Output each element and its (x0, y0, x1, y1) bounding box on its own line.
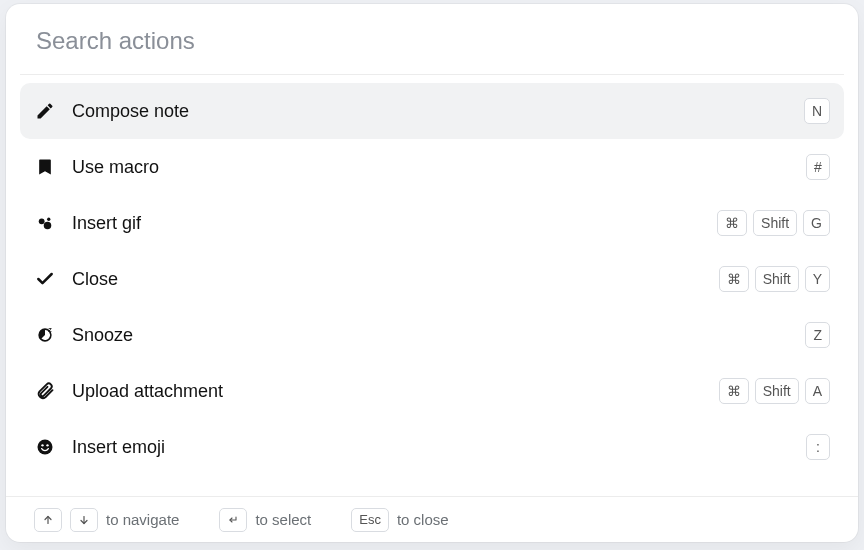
key: Y (805, 266, 830, 292)
key: # (806, 154, 830, 180)
key: : (806, 434, 830, 460)
bookmark-icon (34, 156, 56, 178)
action-insert-gif[interactable]: Insert gif ⌘ Shift G (20, 195, 844, 251)
gif-icon (34, 212, 56, 234)
action-label: Close (72, 269, 703, 290)
search-input[interactable] (34, 26, 830, 56)
shortcut: Z (805, 322, 830, 348)
paperclip-icon (34, 380, 56, 402)
key: Shift (753, 210, 797, 236)
arrow-down-key (70, 508, 98, 532)
shortcut: : (806, 434, 830, 460)
action-use-macro[interactable]: Use macro # (20, 139, 844, 195)
enter-key (219, 508, 247, 532)
esc-key: Esc (351, 508, 389, 532)
snooze-icon: Z (34, 324, 56, 346)
svg-point-0 (39, 218, 45, 224)
svg-text:Z: Z (48, 327, 52, 333)
action-close[interactable]: Close ⌘ Shift Y (20, 251, 844, 307)
key: Shift (755, 378, 799, 404)
key: ⌘ (719, 378, 749, 404)
svg-point-1 (44, 222, 52, 230)
shortcut: # (806, 154, 830, 180)
check-icon (34, 268, 56, 290)
arrow-up-key (34, 508, 62, 532)
hint-navigate: to navigate (34, 508, 179, 532)
hint-close: Esc to close (351, 508, 448, 532)
shortcut: ⌘ Shift G (717, 210, 830, 236)
action-compose-note[interactable]: Compose note N (20, 83, 844, 139)
hint-select-label: to select (255, 511, 311, 528)
action-label: Upload attachment (72, 381, 703, 402)
footer-hints: to navigate to select Esc to close (6, 496, 858, 542)
hint-close-label: to close (397, 511, 449, 528)
command-palette: Compose note N Use macro # Insert gif ⌘ … (6, 4, 858, 542)
emoji-icon (34, 436, 56, 458)
key: G (803, 210, 830, 236)
shortcut: ⌘ Shift Y (719, 266, 830, 292)
action-label: Insert gif (72, 213, 701, 234)
key: N (804, 98, 830, 124)
svg-point-5 (41, 444, 43, 446)
action-upload-attachment[interactable]: Upload attachment ⌘ Shift A (20, 363, 844, 419)
hint-navigate-label: to navigate (106, 511, 179, 528)
action-insert-emoji[interactable]: Insert emoji : (20, 419, 844, 475)
key: A (805, 378, 830, 404)
action-snooze[interactable]: Z Snooze Z (20, 307, 844, 363)
key: Z (805, 322, 830, 348)
action-list: Compose note N Use macro # Insert gif ⌘ … (6, 75, 858, 496)
shortcut: N (804, 98, 830, 124)
key: Shift (755, 266, 799, 292)
action-label: Snooze (72, 325, 789, 346)
svg-point-4 (38, 440, 53, 455)
svg-point-6 (46, 444, 48, 446)
compose-icon (34, 100, 56, 122)
action-label: Insert emoji (72, 437, 790, 458)
svg-point-2 (47, 218, 50, 221)
action-label: Compose note (72, 101, 788, 122)
hint-select: to select (219, 508, 311, 532)
search-area (6, 4, 858, 74)
key: ⌘ (719, 266, 749, 292)
shortcut: ⌘ Shift A (719, 378, 830, 404)
action-label: Use macro (72, 157, 790, 178)
key: ⌘ (717, 210, 747, 236)
